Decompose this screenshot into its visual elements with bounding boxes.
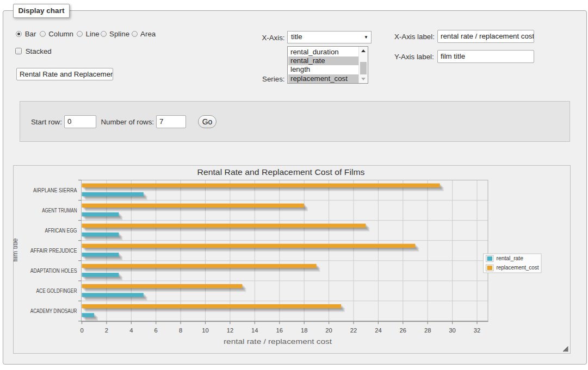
svg-text:16: 16 xyxy=(276,327,283,334)
svg-text:22: 22 xyxy=(350,327,357,334)
svg-text:24: 24 xyxy=(375,327,381,334)
svg-text:AIRPLANE SIERRA: AIRPLANE SIERRA xyxy=(33,187,77,193)
svg-text:20: 20 xyxy=(325,327,332,334)
svg-text:0: 0 xyxy=(80,327,83,334)
svg-text:replacement_cost: replacement_cost xyxy=(497,265,539,271)
svg-text:ACADEMY DINOSAUR: ACADEMY DINOSAUR xyxy=(30,308,77,314)
svg-text:26: 26 xyxy=(400,327,406,334)
svg-text:28: 28 xyxy=(424,327,431,334)
svg-text:8: 8 xyxy=(179,327,182,334)
svg-text:18: 18 xyxy=(301,327,307,334)
svg-text:AFRICAN EGG: AFRICAN EGG xyxy=(45,228,77,234)
svg-text:30: 30 xyxy=(449,327,455,334)
svg-text:32: 32 xyxy=(474,327,480,334)
svg-text:14: 14 xyxy=(251,327,258,334)
svg-text:rental rate / replacement cost: rental rate / replacement cost xyxy=(224,337,332,346)
svg-text:AGENT TRUMAN: AGENT TRUMAN xyxy=(42,208,77,214)
svg-text:Rental Rate and Replacement Co: Rental Rate and Replacement Cost of Film… xyxy=(197,167,365,177)
svg-text:rental_rate: rental_rate xyxy=(497,255,524,261)
svg-text:10: 10 xyxy=(202,327,208,334)
svg-text:AFFAIR PREJUDICE: AFFAIR PREJUDICE xyxy=(30,248,77,254)
svg-text:ADAPTATION HOLES: ADAPTATION HOLES xyxy=(30,268,77,274)
svg-text:film title: film title xyxy=(14,238,19,261)
svg-text:12: 12 xyxy=(227,327,233,334)
svg-text:ACE GOLDFINGER: ACE GOLDFINGER xyxy=(36,288,77,294)
svg-text:4: 4 xyxy=(129,327,133,334)
svg-text:2: 2 xyxy=(105,327,108,334)
svg-text:6: 6 xyxy=(154,327,158,334)
